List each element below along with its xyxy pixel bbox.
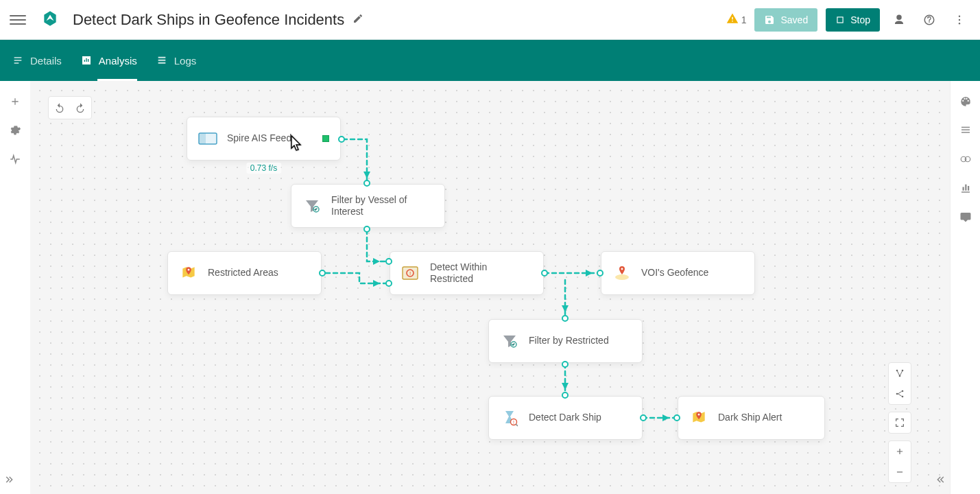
palette-button[interactable] <box>957 93 974 110</box>
feed-icon <box>198 129 217 148</box>
edit-title-button[interactable] <box>352 13 363 27</box>
svg-marker-11 <box>662 414 669 421</box>
port-out[interactable] <box>541 270 548 277</box>
app-logo[interactable] <box>41 10 59 30</box>
zoom-out-button[interactable] <box>889 462 911 482</box>
svg-point-31 <box>902 396 904 398</box>
redo-button[interactable] <box>72 99 88 116</box>
port-out[interactable] <box>562 361 569 368</box>
svg-rect-32 <box>897 471 903 472</box>
logs-icon <box>156 55 167 66</box>
history-toolbar <box>48 96 92 119</box>
node-spire-ais-feed[interactable]: Spire AIS Feed 0.73 f/s <box>187 117 341 161</box>
stop-label: Stop <box>850 14 870 25</box>
left-rail <box>0 81 30 494</box>
svg-point-29 <box>896 393 898 395</box>
svg-rect-13 <box>199 133 206 144</box>
port-in[interactable] <box>385 280 392 287</box>
help-button[interactable] <box>918 9 940 31</box>
node-filter-voi[interactable]: Filter by Vessel of Interest <box>291 184 445 228</box>
geofence-icon <box>612 263 632 283</box>
node-label: VOI's Geofence <box>641 267 708 279</box>
analysis-icon <box>81 55 92 66</box>
port-in[interactable] <box>562 392 569 399</box>
warning-count: 1 <box>741 14 747 25</box>
tab-analysis[interactable]: Analysis <box>81 40 137 81</box>
page-title: Detect Dark Ships in Geofence Incidents <box>73 11 344 29</box>
undo-button[interactable] <box>51 99 68 116</box>
hourglass-alert-icon: ! <box>500 408 519 427</box>
chart-panel-button[interactable] <box>957 180 974 196</box>
node-rate: 0.73 f/s <box>246 163 281 174</box>
details-icon <box>12 55 23 66</box>
svg-point-25 <box>698 414 700 416</box>
map-pin-icon <box>689 408 708 427</box>
node-detect-within-restricted[interactable]: ! Detect Within Restricted <box>390 251 544 295</box>
port-in[interactable] <box>562 315 569 322</box>
collapse-right-rail-button[interactable] <box>933 473 946 489</box>
more-button[interactable] <box>948 9 970 31</box>
user-button[interactable] <box>888 9 910 31</box>
share-layout-button[interactable] <box>889 384 911 404</box>
saved-button[interactable]: Saved <box>754 8 817 32</box>
menu-button[interactable] <box>10 12 26 28</box>
node-label: Detect Within Restricted <box>430 261 532 285</box>
svg-point-4 <box>959 23 960 24</box>
saved-label: Saved <box>780 14 808 25</box>
node-label: Dark Ship Alert <box>718 412 782 424</box>
svg-rect-0 <box>837 16 843 22</box>
filter-icon <box>500 331 519 351</box>
port-in[interactable] <box>673 414 680 421</box>
layers-panel-button[interactable] <box>957 151 974 167</box>
port-out[interactable] <box>363 226 370 233</box>
node-restricted-areas[interactable]: Restricted Areas <box>167 251 322 295</box>
svg-line-24 <box>516 424 518 426</box>
list-panel-button[interactable] <box>957 122 974 139</box>
canvas[interactable]: Spire AIS Feed 0.73 f/s Filter by Vessel… <box>30 81 950 494</box>
svg-marker-5 <box>363 172 370 178</box>
tab-logs[interactable]: Logs <box>156 40 197 81</box>
node-filter-by-restricted[interactable]: Filter by Restricted <box>488 319 643 363</box>
node-label: Spire AIS Feed <box>227 132 291 145</box>
node-label: Filter by Restricted <box>529 335 609 347</box>
svg-point-15 <box>188 269 190 271</box>
port-out[interactable] <box>640 414 647 421</box>
svg-marker-7 <box>373 280 380 287</box>
svg-point-3 <box>959 19 960 20</box>
stop-button[interactable]: Stop <box>826 8 880 32</box>
svg-marker-8 <box>586 270 593 277</box>
tab-details[interactable]: Details <box>12 40 62 81</box>
zoom-tools <box>888 440 911 483</box>
tab-details-label: Details <box>30 55 62 67</box>
save-icon <box>764 14 775 25</box>
auto-layout-button[interactable] <box>889 363 911 384</box>
filter-icon <box>302 196 322 215</box>
node-dark-ship-alert[interactable]: Dark Ship Alert <box>678 396 825 440</box>
port-in[interactable] <box>363 180 370 187</box>
fit-view-button[interactable] <box>889 412 911 433</box>
svg-point-30 <box>902 390 904 392</box>
warning-badge[interactable]: 1 <box>726 12 747 27</box>
node-voi-geofence[interactable]: VOI's Geofence <box>601 251 755 295</box>
map-pin-icon <box>179 263 198 283</box>
collapse-left-rail-button[interactable] <box>4 473 16 489</box>
add-tool-button[interactable] <box>7 93 23 110</box>
node-detect-dark-ship[interactable]: ! Detect Dark Ship <box>488 396 643 440</box>
tab-logs-label: Logs <box>174 55 197 67</box>
fit-tool <box>888 412 911 434</box>
port-in[interactable] <box>385 258 392 265</box>
top-bar: Detect Dark Ships in Geofence Incidents … <box>0 0 980 40</box>
settings-button[interactable] <box>7 122 23 139</box>
port-out[interactable] <box>338 136 345 143</box>
svg-point-2 <box>959 15 960 16</box>
node-label: Detect Dark Ship <box>529 412 601 424</box>
alert-map-icon: ! <box>401 263 420 283</box>
port-out[interactable] <box>319 270 326 277</box>
comment-panel-button[interactable] <box>957 209 974 225</box>
canvas-tools <box>888 362 911 483</box>
stop-icon <box>835 15 845 25</box>
zoom-in-button[interactable] <box>889 441 911 462</box>
activity-button[interactable] <box>7 151 23 167</box>
tab-bar: Details Analysis Logs <box>0 40 980 81</box>
port-in[interactable] <box>597 270 603 277</box>
